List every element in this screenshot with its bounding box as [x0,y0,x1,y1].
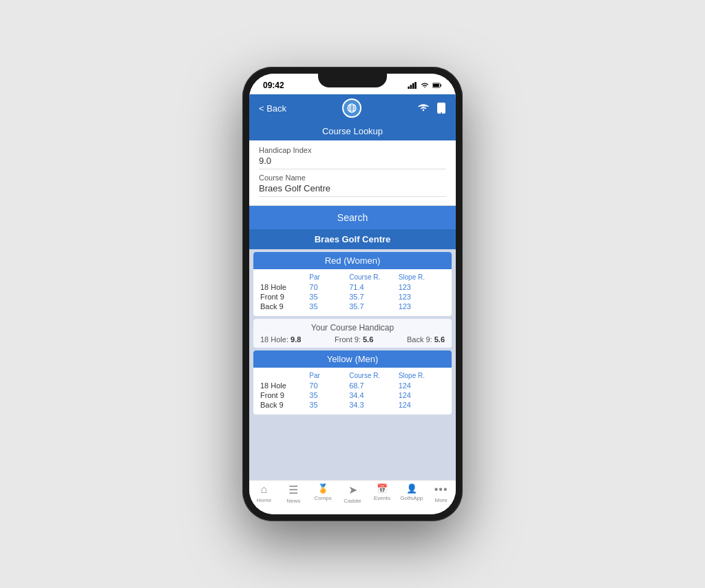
red-row-front9: Front 9 35 35.7 123 [260,293,445,301]
yellow-18hole-course-r: 68.7 [349,381,395,390]
front9-handicap-value: 5.6 [363,335,373,344]
tab-caddie[interactable]: ➤ Caddie [338,483,368,510]
yellow-18hole-par: 70 [309,381,346,390]
svg-rect-1 [410,85,412,89]
svg-rect-6 [433,84,439,87]
tab-bar: ⌂ Home ☰ News 🏅 Comps ➤ Caddie 📅 Events … [249,480,456,514]
18hole-handicap-value: 9.8 [291,335,301,344]
yellow-front9-par: 35 [309,391,346,399]
red-tee-name: Red [325,255,341,266]
svg-rect-3 [414,82,417,89]
red-front9-par: 35 [309,293,346,301]
status-icons [408,82,442,89]
svg-rect-0 [408,87,410,89]
yellow-row-front9: Front 9 35 34.4 124 [260,391,445,399]
signal-icon [408,82,417,89]
tab-news[interactable]: ☰ News [279,483,308,510]
red-tee-header: Red (Women) [253,252,452,269]
nav-right-icons [417,102,446,114]
course-lookup-header: Course Lookup [249,122,456,140]
handicap-field: Handicap Index 9.0 [259,146,446,169]
yellow-tee-columns: Par Course R. Slope R. [260,372,445,379]
yellow-front9-label: Front 9 [260,391,306,399]
red-tee-table: Par Course R. Slope R. 18 Hole 70 71.4 1… [253,269,452,316]
tab-events[interactable]: 📅 Events [367,483,397,510]
red-back9-course-r: 35.7 [349,302,395,311]
golfsapp-icon: 👤 [406,483,417,494]
handicap-title: Your Course Handicap [260,323,445,333]
tab-events-label: Events [374,495,390,501]
svg-rect-2 [412,83,414,89]
red-back9-par: 35 [309,302,346,311]
red-col-slope-r: Slope R. [399,273,445,281]
tab-comps[interactable]: 🏅 Comps [308,483,338,510]
yellow-tee-table: Par Course R. Slope R. 18 Hole 70 68.7 1… [253,368,452,414]
red-front9-label: Front 9 [260,293,306,301]
red-row-back9: Back 9 35 35.7 123 [260,302,445,311]
content-area: Braes Golf Centre Red (Women) Par Course… [249,229,456,480]
back9-handicap: Back 9: 5.6 [407,335,445,344]
handicap-value[interactable]: 9.0 [259,156,446,169]
yellow-front9-slope-r: 124 [399,391,445,399]
tab-home[interactable]: ⌂ Home [249,483,279,510]
status-bar: 09:42 [249,74,456,94]
phone-screen: 09:42 [249,74,456,514]
red-front9-slope-r: 123 [399,293,445,301]
front9-handicap: Front 9: 5.6 [335,335,373,344]
handicap-label: Handicap Index [259,146,446,154]
back9-handicap-value: 5.6 [434,335,445,344]
form-area: Handicap Index 9.0 Course Name Braes Gol… [249,140,456,206]
battery-icon [432,82,442,89]
search-button[interactable]: Search [249,206,456,229]
red-18hole-slope-r: 123 [399,283,445,291]
red-18hole-label: 18 Hole [260,283,306,291]
nav-bar: < Back [249,94,456,122]
yellow-col-par: Par [309,372,346,379]
yellow-tee-header: Yellow (Men) [253,350,452,368]
result-course-header: Braes Golf Centre [249,229,456,249]
yellow-back9-label: Back 9 [260,401,306,409]
tab-comps-label: Comps [314,495,331,501]
red-col-course-r: Course R. [349,273,395,281]
tab-caddie-label: Caddie [344,498,361,504]
red-col-par: Par [309,273,346,281]
home-icon: ⌂ [261,483,268,496]
yellow-back9-slope-r: 124 [399,401,445,409]
wifi-icon [420,82,430,89]
tab-golfsapp-label: GolfsApp [400,495,423,501]
status-time: 09:42 [263,81,284,90]
svg-rect-5 [441,84,441,86]
18hole-handicap-label: 18 Hole: [260,335,288,344]
red-back9-slope-r: 123 [399,302,445,311]
yellow-back9-par: 35 [309,401,346,409]
red-tee-section: Red (Women) Par Course R. Slope R. 18 Ho… [253,252,452,316]
tab-home-label: Home [257,497,271,503]
news-icon: ☰ [288,483,298,496]
phone-frame: 09:42 [242,67,463,521]
handicap-values: 18 Hole: 9.8 Front 9: 5.6 Back 9: 5.6 [260,335,445,344]
tab-golfsapp[interactable]: 👤 GolfsApp [397,483,426,510]
18hole-handicap: 18 Hole: 9.8 [260,335,301,344]
handicap-section: Your Course Handicap 18 Hole: 9.8 Front … [253,319,452,348]
front9-handicap-label: Front 9: [335,335,361,344]
red-tee-columns: Par Course R. Slope R. [260,273,445,281]
course-value[interactable]: Braes Golf Centre [259,183,446,197]
course-field: Course Name Braes Golf Centre [259,174,446,197]
wifi-nav-icon [417,103,430,113]
back9-handicap-label: Back 9: [407,335,432,344]
red-18hole-par: 70 [309,283,346,291]
yellow-row-back9: Back 9 35 34.3 124 [260,401,445,409]
yellow-18hole-label: 18 Hole [260,381,306,390]
red-back9-label: Back 9 [260,302,306,311]
red-tee-gender: (Women) [344,255,380,266]
globe-icon [342,98,361,118]
events-icon: 📅 [377,483,388,494]
back-button[interactable]: < Back [259,103,286,114]
tab-more[interactable]: ••• More [426,483,456,510]
more-icon: ••• [434,483,448,496]
red-front9-course-r: 35.7 [349,293,395,301]
caddie-icon: ➤ [348,483,357,496]
comps-icon: 🏅 [317,483,328,494]
tab-more-label: More [434,497,447,503]
yellow-back9-course-r: 34.3 [349,401,395,409]
